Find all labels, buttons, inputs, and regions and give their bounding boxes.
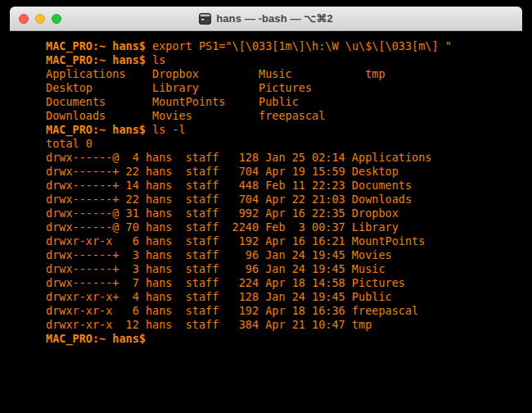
- terminal-window: hans — -bash — ⌥⌘2 MAC_PRO:~ hans$ expor…: [10, 7, 522, 402]
- terminal-line: MAC_PRO:~ hans$ export PS1="\[\033[1m\]\…: [46, 39, 516, 53]
- terminal-line: drwxr-xr-x+ 4 hans staff 128 Jan 24 19:4…: [46, 290, 516, 304]
- shell-command: ls -l: [146, 123, 186, 136]
- terminal-line: Applications Dropbox Music tmp: [46, 67, 516, 81]
- terminal-line: drwx------@ 31 hans staff 992 Apr 16 22:…: [46, 206, 516, 220]
- window-title: hans — -bash — ⌥⌘2: [216, 12, 332, 25]
- terminal-line: drwx------+ 3 hans staff 96 Jan 24 19:45…: [46, 248, 516, 262]
- terminal-line: drwxr-xr-x 12 hans staff 384 Apr 21 10:4…: [46, 318, 516, 332]
- window-controls: [19, 14, 61, 24]
- terminal-line: drwxr-xr-x 6 hans staff 192 Apr 16 16:21…: [46, 234, 516, 248]
- close-button[interactable]: [19, 14, 29, 24]
- terminal-line: drwx------+ 22 hans staff 704 Apr 19 15:…: [46, 165, 516, 179]
- terminal-line: drwx------+ 7 hans staff 224 Apr 18 14:5…: [46, 276, 516, 290]
- shell-prompt: MAC_PRO:~ hans$: [46, 53, 146, 66]
- shell-command: export PS1="\[\033[1m\]\h:\W \u\$\[\033[…: [146, 39, 452, 52]
- terminal-proxy-icon: [199, 13, 211, 25]
- terminal-line: total 0: [46, 137, 516, 151]
- terminal-line: MAC_PRO:~ hans$ ls -l: [46, 123, 516, 137]
- terminal-line: MAC_PRO:~ hans$: [46, 332, 516, 346]
- title-bar[interactable]: hans — -bash — ⌥⌘2: [10, 7, 522, 31]
- zoom-button[interactable]: [52, 14, 61, 24]
- terminal-lines: MAC_PRO:~ hans$ export PS1="\[\033[1m\]\…: [46, 39, 516, 346]
- shell-prompt: MAC_PRO:~ hans$: [46, 332, 146, 345]
- shell-prompt: MAC_PRO:~ hans$: [46, 123, 146, 136]
- terminal-line: MAC_PRO:~ hans$ ls: [46, 53, 516, 67]
- terminal-line: Documents MountPoints Public: [46, 95, 516, 109]
- title-area: hans — -bash — ⌥⌘2: [10, 7, 522, 30]
- terminal-line: drwx------@ 70 hans staff 2240 Feb 3 00:…: [46, 220, 516, 234]
- shell-command: ls: [146, 53, 165, 66]
- terminal-line: Downloads Movies freepascal: [46, 109, 516, 123]
- terminal-line: Desktop Library Pictures: [46, 81, 516, 95]
- terminal-body[interactable]: MAC_PRO:~ hans$ export PS1="\[\033[1m\]\…: [10, 31, 522, 402]
- shell-prompt: MAC_PRO:~ hans$: [46, 39, 146, 52]
- terminal-line: drwxr-xr-x 6 hans staff 192 Apr 18 16:36…: [46, 304, 516, 318]
- terminal-line: drwx------+ 14 hans staff 448 Feb 11 22:…: [46, 179, 516, 193]
- terminal-line: drwx------@ 4 hans staff 128 Jan 25 02:1…: [46, 151, 516, 165]
- minimize-button[interactable]: [35, 14, 45, 24]
- terminal-line: drwx------+ 22 hans staff 704 Apr 22 21:…: [46, 193, 516, 206]
- terminal-line: drwx------+ 3 hans staff 96 Jan 24 19:45…: [46, 262, 516, 276]
